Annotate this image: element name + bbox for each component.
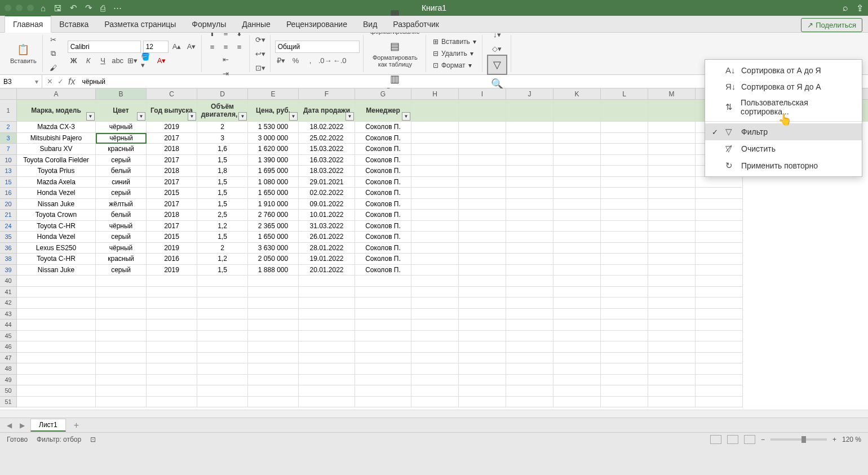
cell[interactable]: 1,6 [197,144,248,155]
cell[interactable] [506,254,553,265]
cell[interactable] [411,122,459,133]
row-header[interactable]: 42 [0,298,17,309]
cell[interactable]: 20.01.2022 [299,265,355,276]
cell[interactable] [96,319,147,331]
cell[interactable]: Соколов П. [355,243,411,254]
cell[interactable]: 09.01.2022 [299,199,355,210]
cell[interactable] [648,243,696,254]
cell[interactable] [601,254,648,265]
filter-dropdown-icon[interactable]: ▼ [188,112,196,121]
cell[interactable] [506,309,553,320]
cell[interactable]: Toyota C-HR [17,221,96,232]
cell[interactable] [506,243,553,254]
cell[interactable] [459,363,506,375]
cell[interactable]: Honda Vezel [17,188,96,199]
cell[interactable] [355,353,411,364]
cell[interactable]: 2019 [147,122,197,133]
cell[interactable]: 2017 [147,221,197,232]
merge-button[interactable]: ⊡▾ [254,61,267,74]
italic-button[interactable]: К [82,55,95,67]
redo-icon[interactable]: ↷ [85,3,92,13]
cell[interactable] [248,319,299,331]
cell[interactable] [459,177,506,188]
row-header[interactable]: 46 [0,341,17,353]
row-header[interactable]: 16 [0,188,17,199]
cell[interactable] [17,341,96,353]
cell[interactable] [299,319,355,331]
cut-icon[interactable]: ✂ [47,33,60,46]
col-header-D[interactable]: D [197,88,248,99]
cell[interactable]: Toyota Corolla Fielder [17,155,96,166]
decrease-decimal[interactable]: ←.0 [334,55,346,67]
font-name-select[interactable] [68,41,141,53]
cell[interactable] [601,177,648,188]
table-header[interactable]: Марка, модель▼ [17,100,96,122]
confirm-formula-icon[interactable]: ✓ [57,77,64,86]
cell[interactable] [411,144,459,155]
cell[interactable]: серый [96,155,147,166]
row-header[interactable]: 24 [0,221,17,232]
cell[interactable] [411,276,459,287]
cell[interactable]: Toyota C-HR [17,254,96,265]
cell[interactable] [411,100,459,122]
row-header[interactable]: 43 [0,309,17,320]
sheet-prev[interactable]: ◀ [5,421,14,429]
maximize-window[interactable] [27,5,34,11]
cell[interactable] [648,385,696,397]
cell[interactable] [459,353,506,364]
cell[interactable]: Lexus ES250 [17,243,96,254]
macro-record-icon[interactable]: ⊡ [90,436,96,443]
cell[interactable] [17,319,96,331]
add-sheet-button[interactable]: + [69,420,83,430]
cell[interactable] [553,199,601,210]
cell[interactable] [411,298,459,309]
cell[interactable] [248,375,299,386]
cell[interactable] [648,254,696,265]
cell[interactable] [553,363,601,375]
cell[interactable]: 1 888 000 [248,265,299,276]
zoom-out[interactable]: − [761,436,765,443]
tab-developer[interactable]: Разработчик [385,16,447,32]
cell[interactable] [459,331,506,342]
cell[interactable] [696,265,743,276]
cell[interactable]: 2 050 000 [248,254,299,265]
cell[interactable]: 2016 [147,254,197,265]
paste-button[interactable]: 📋 Вставить [8,41,39,66]
cell[interactable] [553,265,601,276]
cell[interactable] [506,353,553,364]
cell[interactable] [601,265,648,276]
cell[interactable] [355,385,411,397]
cell[interactable] [601,210,648,221]
cell[interactable]: Subaru XV [17,144,96,155]
row-header[interactable]: 49 [0,375,17,386]
cell[interactable] [506,397,553,408]
cell[interactable] [411,133,459,144]
print-icon[interactable]: ⎙ [100,3,105,13]
cell[interactable] [601,375,648,386]
row-header[interactable]: 10 [0,155,17,166]
cell[interactable] [553,397,601,408]
format-as-table-button[interactable]: ▤ Форматировать как таблицу [370,37,420,70]
cell[interactable] [411,166,459,177]
cell[interactable] [601,232,648,243]
cell[interactable] [648,133,696,144]
cell[interactable] [648,298,696,309]
tab-view[interactable]: Вид [355,16,385,32]
cell[interactable] [553,319,601,331]
cell[interactable]: синий [96,177,147,188]
cell[interactable]: 2017 [147,155,197,166]
cell[interactable] [248,298,299,309]
sort-az-item[interactable]: A↓Сортировка от А до Я [705,62,862,78]
cell[interactable] [459,210,506,221]
cell[interactable]: жёлтый [96,199,147,210]
more-icon[interactable]: ⋯ [113,3,122,13]
table-header[interactable]: Цвет▼ [96,100,147,122]
cell[interactable] [411,331,459,342]
filter-dropdown-icon[interactable]: ▼ [86,112,95,121]
cell[interactable] [696,177,743,188]
cell[interactable] [553,177,601,188]
cell[interactable] [648,100,696,122]
bold-button[interactable]: Ж [68,55,80,67]
row-header[interactable]: 21 [0,210,17,221]
cell[interactable] [96,298,147,309]
